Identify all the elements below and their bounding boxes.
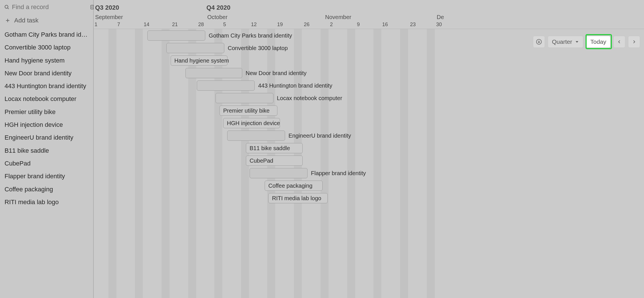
day-label: 26 (304, 22, 310, 28)
day-label: 16 (382, 22, 388, 28)
prev-button[interactable] (613, 36, 625, 48)
month-label: November (325, 14, 351, 20)
timeline-bar[interactable] (147, 30, 205, 41)
weekend-band (321, 29, 329, 298)
weekend-band (135, 29, 143, 298)
quarter-label: Q3 2020 (95, 4, 119, 11)
svg-marker-8 (576, 41, 578, 43)
task-item[interactable]: New Door brand identity (0, 67, 93, 80)
task-list: Gotham City Parks brand iden…Convertible… (0, 28, 93, 298)
weekend-band (427, 29, 435, 298)
timeline-body[interactable]: Gotham City Parks brand identityConverti… (94, 29, 644, 298)
task-item[interactable]: Premier utility bike (0, 105, 93, 118)
weekend-band (400, 29, 408, 298)
day-label: 21 (172, 22, 178, 28)
add-task-button[interactable]: Add task (0, 14, 93, 28)
timeline-bar[interactable] (250, 168, 308, 178)
month-label: September (95, 14, 123, 20)
weekend-band (108, 29, 116, 298)
day-label: 9 (357, 22, 360, 28)
task-item[interactable]: Hand hygiene system (0, 54, 93, 67)
task-item[interactable]: HGH injection device (0, 118, 93, 131)
weekend-band (162, 29, 170, 298)
sidebar: Add task Gotham City Parks brand iden…Co… (0, 0, 94, 298)
weekend-band (347, 29, 355, 298)
timeline-bar-label: New Door brand identity (246, 70, 307, 76)
timeline-bar[interactable]: RITI media lab logo (268, 193, 328, 203)
timeline-bar-label: 443 Huntington brand identity (258, 82, 332, 89)
download-icon (536, 39, 542, 45)
search-input[interactable] (10, 3, 90, 11)
day-label: 28 (198, 22, 204, 28)
day-label: 12 (251, 22, 257, 28)
chevron-left-icon (617, 40, 622, 44)
svg-point-0 (5, 5, 8, 8)
task-item[interactable]: EngineerU brand identity (0, 131, 93, 144)
day-label: 30 (436, 22, 442, 28)
timeline-bar-label: Locax notebook computer (277, 95, 342, 102)
task-item[interactable]: Convertible 3000 laptop (0, 41, 93, 54)
timescale-label: Quarter (552, 38, 572, 45)
task-item[interactable]: Coffee packaging (0, 183, 93, 196)
timeline-toolbar: Quarter Today (533, 36, 640, 48)
task-item[interactable]: Flapper brand identity (0, 170, 93, 183)
chevron-down-icon (575, 40, 579, 44)
timeline-bar[interactable]: B11 bike saddle (246, 143, 303, 153)
svg-line-1 (8, 8, 9, 9)
quarter-label: Q4 2020 (206, 4, 230, 11)
sidebar-search-row (0, 0, 93, 14)
timeline-bar[interactable]: Hand hygiene system (171, 55, 227, 66)
timeline-bar[interactable]: HGH injection device (223, 118, 280, 128)
task-item[interactable]: B11 bike saddle (0, 144, 93, 157)
day-label: 23 (410, 22, 416, 28)
timeline-bar[interactable] (166, 43, 224, 53)
timeline-bar[interactable] (197, 80, 255, 91)
task-item[interactable]: 443 Huntington brand identity (0, 80, 93, 92)
timeline-bar-label: EngineerU brand identity (288, 133, 351, 139)
day-label: 19 (277, 22, 283, 28)
chevron-right-icon (632, 40, 636, 44)
day-label: 1 (95, 22, 97, 28)
timeline-bar[interactable]: Premier utility bike (219, 105, 277, 116)
timeline-bar[interactable]: CubePad (246, 156, 303, 166)
month-label: October (207, 14, 227, 20)
task-item[interactable]: CubePad (0, 157, 93, 170)
add-task-label: Add task (14, 17, 39, 24)
timeline-bar-label: Convertible 3000 laptop (228, 45, 288, 51)
weekend-band (373, 29, 381, 298)
today-button[interactable]: Today (586, 36, 610, 48)
timescale-select[interactable]: Quarter (548, 36, 583, 48)
day-label: 5 (223, 22, 226, 28)
search-icon (4, 4, 10, 10)
day-label: 2 (330, 22, 333, 28)
day-label: 14 (144, 22, 149, 28)
timeline-bar-label: Gotham City Parks brand identity (209, 32, 292, 39)
month-label: De (437, 14, 444, 20)
timeline-bar[interactable] (227, 131, 285, 141)
timeline-bar[interactable] (185, 68, 242, 78)
task-item[interactable]: RITI media lab logo (0, 196, 93, 208)
next-button[interactable] (628, 36, 640, 48)
timeline-bar[interactable]: Coffee packaging (265, 181, 323, 191)
task-item[interactable]: Gotham City Parks brand iden… (0, 28, 93, 41)
timeline-bar[interactable] (216, 93, 273, 103)
task-item[interactable]: Locax notebook computer (0, 92, 93, 105)
export-button[interactable] (533, 36, 545, 48)
plus-icon (5, 17, 11, 24)
today-label: Today (590, 38, 606, 45)
day-label: 7 (117, 22, 120, 28)
timeline-bar-label: Flapper brand identity (311, 170, 366, 177)
timeline-header: Q3 2020Q4 2020SeptemberOctoberNovemberDe… (94, 0, 644, 29)
